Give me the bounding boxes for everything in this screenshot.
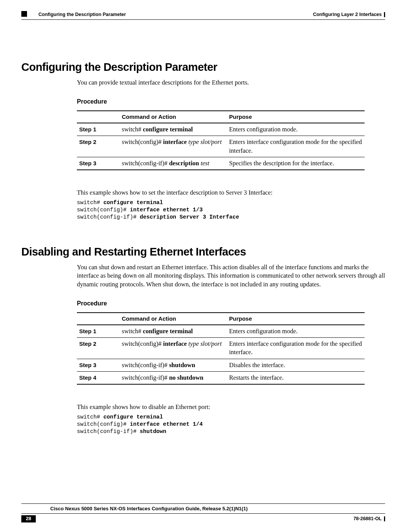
section2-procedure-table: Command or Action Purpose Step 1 switch#… bbox=[77, 312, 365, 385]
step-label: Step 4 bbox=[79, 374, 96, 381]
table-row: Step 3 switch(config-if)# description te… bbox=[77, 157, 365, 170]
page-number: 28 bbox=[21, 515, 36, 522]
command-cell: switch(config-if)# description test bbox=[119, 157, 227, 170]
header-left-text: Configuring the Description Parameter bbox=[38, 11, 126, 18]
step-label: Step 2 bbox=[79, 340, 96, 347]
table-row: Step 3 switch(config-if)# shutdown Disab… bbox=[77, 359, 365, 371]
section1-procedure-heading: Procedure bbox=[77, 97, 385, 106]
step-label: Step 1 bbox=[79, 126, 96, 133]
header-marker-icon bbox=[21, 11, 27, 17]
section2-procedure-heading: Procedure bbox=[77, 299, 385, 308]
command-cell: switch# configure terminal bbox=[119, 325, 227, 338]
table-row: Step 4 switch(config-if)# no shutdown Re… bbox=[77, 371, 365, 384]
step-label: Step 2 bbox=[79, 139, 96, 145]
section1-example-intro: This example shows how to set the interf… bbox=[77, 189, 385, 197]
table-row: Step 1 switch# configure terminal Enters… bbox=[77, 123, 365, 136]
command-cell: switch(config-if)# shutdown bbox=[119, 359, 227, 371]
section2-example-intro: This example shows how to disable an Eth… bbox=[77, 403, 385, 411]
section1-cli: switch# configure terminal switch(config… bbox=[77, 199, 385, 221]
table-row: Step 2 switch(config)# interface type sl… bbox=[77, 136, 365, 157]
document-number: 78-26881-OL bbox=[354, 516, 382, 522]
running-header: Configuring the Description Parameter Co… bbox=[21, 11, 385, 18]
purpose-cell: Enters interface configuration mode for … bbox=[227, 136, 365, 157]
command-cell: switch(config)# interface type slot/port bbox=[119, 338, 227, 359]
section1-intro: You can provide textual interface descri… bbox=[77, 78, 385, 87]
table-row: Step 1 switch# configure terminal Enters… bbox=[77, 325, 365, 338]
command-cell: switch# configure terminal bbox=[119, 123, 227, 136]
command-cell: switch(config-if)# no shutdown bbox=[119, 371, 227, 384]
purpose-cell: Enters configuration mode. bbox=[227, 123, 365, 136]
section2-cli: switch# configure terminal switch(config… bbox=[77, 414, 385, 435]
command-cell: switch(config)# interface type slot/port bbox=[119, 136, 227, 157]
footer-tick-icon bbox=[384, 516, 385, 521]
table-header: Command or Action bbox=[119, 111, 227, 123]
table-header: Command or Action bbox=[119, 313, 227, 325]
header-tick-icon bbox=[384, 12, 385, 17]
section1-title: Configuring the Description Parameter bbox=[21, 60, 385, 75]
section1-procedure-table: Command or Action Purpose Step 1 switch#… bbox=[77, 110, 365, 170]
purpose-cell: Restarts the interface. bbox=[227, 371, 365, 384]
table-header: Purpose bbox=[227, 313, 365, 325]
section2-title: Disabling and Restarting Ethernet Interf… bbox=[21, 244, 385, 259]
purpose-cell: Enters interface configuration mode for … bbox=[227, 338, 365, 359]
footer-guide-title: Cisco Nexus 5000 Series NX-OS Interfaces… bbox=[21, 505, 385, 512]
running-footer: Cisco Nexus 5000 Series NX-OS Interfaces… bbox=[21, 503, 385, 522]
table-header: Purpose bbox=[227, 111, 365, 123]
header-right-text: Configuring Layer 2 Interfaces bbox=[313, 11, 382, 18]
purpose-cell: Specifies the description for the interf… bbox=[227, 157, 365, 170]
step-label: Step 3 bbox=[79, 160, 96, 166]
step-label: Step 3 bbox=[79, 362, 96, 368]
table-header bbox=[77, 313, 119, 325]
section2-intro: You can shut down and restart an Etherne… bbox=[77, 263, 385, 289]
step-label: Step 1 bbox=[79, 328, 96, 334]
purpose-cell: Disables the interface. bbox=[227, 359, 365, 371]
table-row: Step 2 switch(config)# interface type sl… bbox=[77, 338, 365, 359]
table-header bbox=[77, 111, 119, 123]
purpose-cell: Enters configuration mode. bbox=[227, 325, 365, 338]
